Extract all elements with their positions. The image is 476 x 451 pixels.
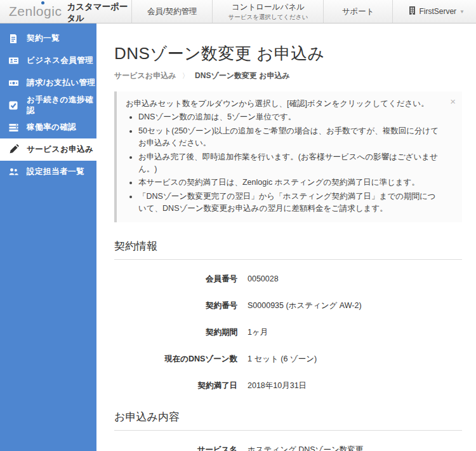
nav-label: 会員/契約管理: [147, 6, 197, 17]
page-title: DNSゾーン数変更 お申込み: [114, 43, 462, 65]
row-label: 現在のDNSゾーン数: [114, 354, 248, 365]
sidebar-item-billing[interactable]: 請求/お支払い管理: [0, 72, 96, 94]
sidebar-item-progress[interactable]: お手続きの進捗確認: [0, 94, 96, 116]
service-name-row: サービス名 ホスティング DNSゾーン数変更: [114, 442, 462, 451]
nav-support[interactable]: サポート: [323, 0, 393, 23]
row-value: 2018年10月31日: [248, 380, 307, 391]
building-icon: [409, 6, 416, 17]
account-name: FirstServer: [419, 7, 456, 16]
row-label: 会員番号: [114, 274, 248, 285]
sidebar-item-label: 請求/お支払い管理: [27, 77, 96, 88]
row-value: S0000935 (ホスティング AW-2): [248, 300, 362, 311]
contract-row: 契約番号 S0000935 (ホスティング AW-2): [114, 298, 462, 313]
sidebar-item-label: サービスお申込み: [27, 144, 93, 155]
row-label: 契約満了日: [114, 380, 248, 391]
logo-brand-text: Zenlogic: [9, 4, 62, 19]
contract-row: 会員番号 0050028: [114, 271, 462, 286]
top-header: Zenlogic カスタマーポータル 会員/契約管理 コントロールパネル サービ…: [0, 0, 476, 24]
notice-bullet: 本サービスの契約満了日は、Zenlogic ホスティングの契約満了日に準じます。: [138, 177, 443, 189]
notice-bullet: 50セット(250ゾーン)以上の追加をご希望の場合は、お手数ですが、複数回に分け…: [138, 125, 443, 150]
contract-row: 契約満了日 2018年10月31日: [114, 378, 462, 393]
zenlogic-logo[interactable]: Zenlogic カスタマーポータル: [0, 0, 131, 23]
row-value: 1ヶ月: [248, 327, 268, 338]
row-value: 1 セット (6 ゾーン): [248, 354, 317, 365]
pen-icon: [8, 144, 19, 155]
section-title-contract: 契約情報: [114, 239, 462, 260]
notice-intro: お申込みセット数をプルダウンから選択し、[確認]ボタンをクリックしてください。: [126, 98, 443, 110]
chevron-down-icon: ▼: [459, 9, 465, 15]
billing-icon: [8, 77, 19, 88]
row-label: 契約期間: [114, 327, 248, 338]
breadcrumb-parent[interactable]: サービスお申込み: [114, 71, 176, 80]
breadcrumb-current: DNSゾーン数変更 お申込み: [195, 71, 290, 80]
notice-bullet: 「DNSゾーン数変更完了の翌日」から「ホスティング契約満了日」までの期間について…: [138, 191, 443, 215]
logo-suffix-text: カスタマーポータル: [67, 0, 131, 24]
contract-row: 現在のDNSゾーン数 1 セット (6 ゾーン): [114, 351, 462, 367]
breadcrumb-separator: 〉: [182, 72, 189, 79]
sidebar-item-admins[interactable]: 設定担当者一覧: [0, 161, 96, 183]
checkbox-icon: [8, 100, 19, 111]
row-label: 契約番号: [114, 300, 248, 311]
breadcrumb: サービスお申込み 〉 DNSゾーン数変更 お申込み: [114, 71, 462, 81]
main-content: DNSゾーン数変更 お申込み サービスお申込み 〉 DNSゾーン数変更 お申込み…: [96, 24, 476, 451]
sidebar-item-label: ビジネス会員管理: [27, 55, 93, 66]
sidebar-item-business-members[interactable]: ビジネス会員管理: [0, 50, 96, 72]
sidebar-item-uptime[interactable]: 稼働率の確認: [0, 116, 96, 138]
nav-sublabel: サービスを選択してください: [228, 13, 308, 22]
sidebar: 契約一覧 ビジネス会員管理 請求/お支払い管理 お手続きの進捗確認 稼働率の確認…: [0, 24, 96, 451]
list-icon: [8, 122, 19, 133]
section-title-application: お申込み内容: [114, 410, 462, 431]
nav-label: コントロールパネル: [232, 2, 305, 13]
row-value: 0050028: [248, 274, 279, 283]
nav-member-contract[interactable]: 会員/契約管理: [131, 0, 212, 23]
notice-bullet: DNSゾーン数の追加は、5ゾーン単位です。: [138, 111, 443, 123]
logo-dots-icon: [40, 0, 50, 3]
account-menu[interactable]: FirstServer ▼: [409, 0, 476, 23]
sidebar-item-contracts[interactable]: 契約一覧: [0, 27, 96, 50]
sidebar-item-label: 稼働率の確認: [27, 122, 76, 133]
id-card-icon: [8, 55, 19, 66]
sidebar-item-label: 設定担当者一覧: [27, 166, 84, 177]
nav-label: サポート: [342, 6, 374, 17]
row-value: ホスティング DNSゾーン数変更: [248, 445, 363, 451]
row-label: サービス名: [114, 445, 248, 451]
notice-box: × お申込みセット数をプルダウンから選択し、[確認]ボタンをクリックしてください…: [114, 91, 462, 222]
people-icon: [8, 166, 19, 177]
sidebar-item-label: お手続きの進捗確認: [27, 95, 96, 116]
sidebar-item-label: 契約一覧: [27, 33, 60, 44]
contract-row: 契約期間 1ヶ月: [114, 325, 462, 340]
notice-bullet: お申込み完了後、即時追加作業を行います。(お客様サービスへの影響はございません。…: [138, 151, 443, 176]
nav-control-panel[interactable]: コントロールパネル サービスを選択してください: [212, 0, 323, 23]
document-icon: [8, 33, 19, 44]
close-icon[interactable]: ×: [450, 97, 456, 106]
sidebar-item-service-apply[interactable]: サービスお申込み: [0, 138, 96, 161]
